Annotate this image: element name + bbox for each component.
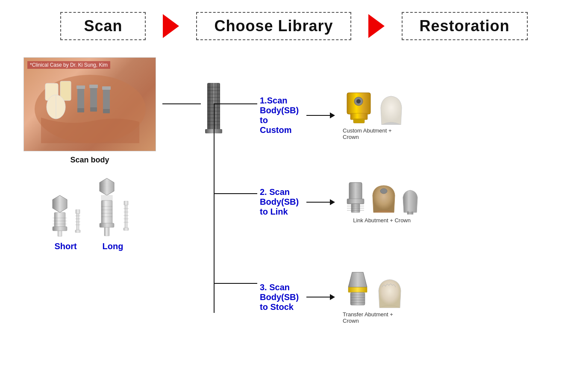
- w2-result: Link Abutment + Crown: [343, 180, 421, 224]
- transfer-abutment-icon: [343, 270, 373, 309]
- header-row: Scan Choose Library Restoration: [0, 0, 588, 40]
- w3-h-line: [215, 283, 257, 284]
- w2-arrow-line: [306, 202, 330, 203]
- dental-svg: [24, 58, 156, 151]
- w1-h-line: [215, 103, 257, 104]
- svg-rect-31: [100, 223, 114, 227]
- svg-rect-16: [53, 227, 67, 231]
- step-library-label: Choose Library: [214, 17, 333, 35]
- w1-arrow: [306, 112, 335, 118]
- w3-images: [343, 270, 404, 309]
- long-label: Long: [103, 242, 123, 251]
- short-screw-icon: [73, 209, 82, 237]
- short-main-icon: [49, 194, 71, 237]
- link-abutment2-icon: [400, 189, 421, 215]
- svg-rect-4: [76, 85, 85, 89]
- svg-rect-5: [77, 108, 84, 112]
- svg-rect-23: [75, 230, 80, 233]
- workflow-3: 3. Scan Body(SB) to Stock: [260, 270, 404, 324]
- arrow-2-icon: [368, 14, 385, 38]
- svg-rect-76: [407, 211, 413, 215]
- w2-h-line: [215, 193, 257, 194]
- dental-background: [24, 58, 156, 151]
- w1-arrow-line: [306, 115, 330, 116]
- step-scan-box: Scan: [60, 12, 146, 40]
- link-abutment-icon: [343, 180, 368, 215]
- w2-images: [343, 180, 421, 215]
- svg-rect-37: [124, 201, 128, 205]
- w3-result: Transfer Abutment + Crown: [343, 270, 404, 324]
- w1-arrowhead-icon: [330, 112, 335, 118]
- w2-arrowhead-icon: [330, 199, 335, 205]
- svg-point-65: [356, 99, 361, 103]
- connector-line-h: [162, 103, 201, 104]
- svg-rect-30: [101, 200, 112, 224]
- svg-marker-28: [100, 178, 114, 195]
- w1-result-label: Custom Abutment + Crown: [343, 127, 405, 140]
- clinical-note: *Clinical Case by Dr. Ki Sung, Kim: [27, 61, 110, 69]
- scan-image: *Clinical Case by Dr. Ki Sung, Kim: [24, 57, 156, 151]
- svg-rect-17: [58, 231, 62, 236]
- transfer-crown-icon: [376, 279, 404, 309]
- workflow-1: 1.Scan Body(SB) to Custom: [260, 91, 405, 140]
- svg-rect-6: [90, 87, 97, 108]
- step-restoration-label: Restoration: [420, 17, 510, 35]
- svg-rect-68: [349, 183, 362, 200]
- svg-rect-80: [350, 292, 365, 305]
- w3-title: 3. Scan Body(SB) to Stock: [260, 283, 299, 312]
- step-restoration-box: Restoration: [402, 12, 528, 40]
- w3-arrow-line: [306, 297, 330, 297]
- w2-arrow: [306, 199, 335, 205]
- arrow-1-icon: [163, 14, 179, 38]
- svg-rect-32: [104, 227, 109, 236]
- svg-rect-67: [353, 119, 365, 123]
- svg-rect-9: [103, 88, 110, 110]
- link-crown-icon: [370, 185, 398, 215]
- svg-point-75: [380, 188, 387, 194]
- svg-rect-29: [101, 195, 112, 200]
- w3-result-label: Transfer Abutment + Crown: [343, 311, 404, 324]
- svg-rect-79: [348, 287, 367, 292]
- svg-rect-8: [90, 107, 97, 112]
- svg-rect-22: [76, 214, 79, 231]
- scan-bodies-row: Short: [49, 177, 131, 251]
- workflow-2: 2. Scan Body(SB) to Link: [260, 180, 421, 224]
- custom-abutment-icon: [343, 91, 375, 125]
- w1-title: 1.Scan Body(SB) to Custom: [260, 96, 299, 135]
- short-parts: [49, 194, 82, 237]
- step-scan-label: Scan: [84, 17, 122, 35]
- step-library-box: Choose Library: [196, 12, 351, 40]
- w1-result: Custom Abutment + Crown: [343, 91, 405, 140]
- svg-rect-10: [102, 86, 111, 90]
- w3-arrow: [306, 294, 335, 300]
- svg-rect-3: [77, 88, 84, 109]
- svg-rect-21: [76, 209, 80, 214]
- short-label: Short: [54, 242, 76, 251]
- svg-rect-69: [347, 199, 364, 204]
- vertical-line: [214, 103, 215, 313]
- svg-rect-7: [89, 85, 98, 88]
- main-content: *Clinical Case by Dr. Ki Sung, Kim Scan …: [0, 44, 588, 251]
- custom-crown-icon: [377, 95, 405, 125]
- svg-rect-15: [54, 212, 65, 227]
- long-screw-icon: [121, 201, 131, 237]
- long-group: Long: [95, 177, 131, 251]
- long-main-icon: [95, 177, 119, 237]
- w3-arrowhead-icon: [330, 294, 335, 300]
- left-column: *Clinical Case by Dr. Ki Sung, Kim Scan …: [17, 57, 162, 251]
- svg-marker-14: [53, 195, 67, 212]
- svg-rect-11: [103, 109, 110, 113]
- long-parts: [95, 177, 131, 237]
- center-workflows: 1.Scan Body(SB) to Custom: [162, 57, 376, 251]
- w2-result-label: Link Abutment + Crown: [353, 217, 411, 224]
- svg-rect-39: [123, 228, 129, 230]
- scan-body-label: Scan body: [70, 156, 109, 165]
- w1-images: [343, 91, 405, 125]
- w2-title: 2. Scan Body(SB) to Link: [260, 187, 299, 217]
- short-group: Short: [49, 194, 82, 251]
